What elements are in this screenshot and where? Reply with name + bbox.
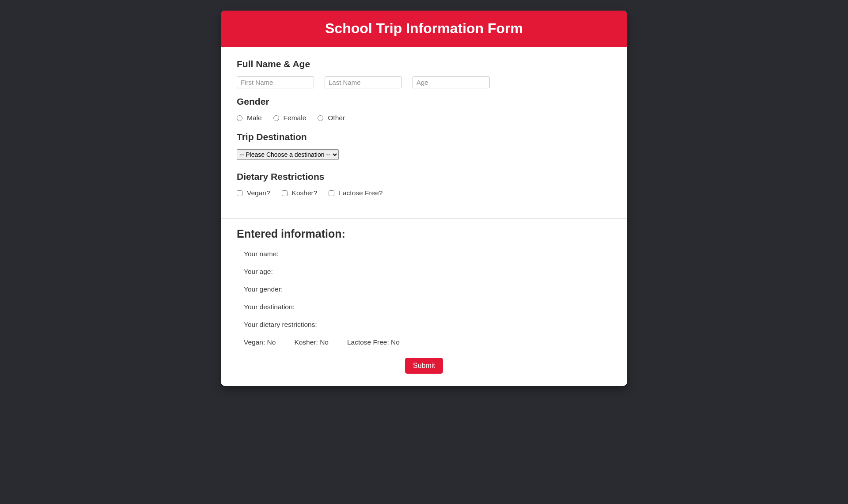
summary-age: Your age: [244, 268, 611, 276]
gender-label-female: Female [284, 114, 307, 122]
summary-destination: Your destination: [244, 303, 611, 311]
summary-title: Entered information: [237, 227, 611, 240]
gender-radio-other[interactable] [318, 115, 323, 121]
dietary-option-lactose[interactable]: Lactose Free? [329, 189, 382, 197]
lactose-checkbox[interactable] [329, 190, 334, 196]
kosher-label: Kosher? [292, 189, 318, 197]
gender-option-female[interactable]: Female [273, 114, 307, 122]
lactose-label: Lactose Free? [339, 189, 382, 197]
form-title: School Trip Information Form [228, 20, 620, 37]
gender-option-male[interactable]: Male [237, 114, 262, 122]
summary-name: Your name: [244, 250, 611, 258]
summary-dietary-values: Vegan: No Kosher: No Lactose Free: No [244, 338, 611, 346]
summary-gender: Your gender: [244, 285, 611, 293]
dietary-option-vegan[interactable]: Vegan? [237, 189, 270, 197]
first-name-input[interactable] [237, 76, 314, 88]
section-title-name-age: Full Name & Age [237, 59, 611, 69]
dietary-group: Vegan? Kosher? Lactose Free? [237, 189, 611, 197]
summary-lactose-value: Lactose Free: No [347, 338, 400, 346]
kosher-checkbox[interactable] [282, 190, 288, 196]
summary-kosher-value: Kosher: No [294, 338, 329, 346]
last-name-input[interactable] [325, 76, 402, 88]
vegan-label: Vegan? [247, 189, 270, 197]
gender-radio-female[interactable] [273, 115, 279, 121]
section-title-gender: Gender [237, 96, 611, 107]
age-input[interactable] [413, 76, 490, 88]
gender-group: Male Female Other [237, 114, 611, 122]
gender-label-male: Male [247, 114, 262, 122]
summary-vegan-value: Vegan: No [244, 338, 276, 346]
summary-dietary: Your dietary restrictions: [244, 321, 611, 329]
gender-option-other[interactable]: Other [318, 114, 345, 122]
submit-wrap: Submit [237, 358, 611, 374]
dietary-option-kosher[interactable]: Kosher? [282, 189, 318, 197]
section-title-destination: Trip Destination [237, 132, 611, 142]
vegan-checkbox[interactable] [237, 190, 242, 196]
summary-section: Entered information: Your name: Your age… [221, 219, 627, 386]
submit-button[interactable]: Submit [405, 358, 443, 374]
form-body: Full Name & Age Gender Male Female Other… [221, 47, 627, 210]
destination-select[interactable]: -- Please Choose a destination -- [237, 149, 339, 160]
name-age-row [237, 76, 611, 88]
gender-label-other: Other [328, 114, 345, 122]
gender-radio-male[interactable] [237, 115, 242, 121]
form-card: School Trip Information Form Full Name &… [221, 11, 627, 386]
section-title-dietary: Dietary Restrictions [237, 171, 611, 182]
form-header: School Trip Information Form [221, 11, 627, 47]
